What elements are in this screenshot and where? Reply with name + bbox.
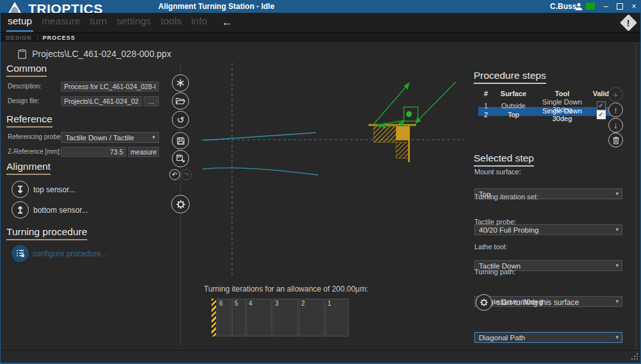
iteration-segment: 6 xyxy=(217,299,231,336)
referencing-probe-label: Referencing probe: xyxy=(8,133,62,140)
move-step-up-button[interactable]: ↑ xyxy=(608,103,623,117)
turning-path-label: Turning path: xyxy=(474,268,515,276)
save-as-button[interactable] xyxy=(172,150,189,167)
menu-item-tools[interactable]: tools xyxy=(159,15,183,32)
procedure-steps-table: # Surface Tool Valid 1 Outside Single Do… xyxy=(478,88,611,116)
undo-button[interactable]: ↶ xyxy=(169,169,180,180)
revert-icon: ↺ xyxy=(177,115,185,125)
tool-position-marker xyxy=(406,112,412,117)
menu-item-info[interactable]: info xyxy=(190,15,208,32)
maximize-icon xyxy=(617,3,623,10)
warning-exclamation: ! xyxy=(627,17,630,28)
menu-item-turn[interactable]: turn xyxy=(88,15,108,32)
section-alignment: Alignment xyxy=(6,161,51,175)
user-icon xyxy=(575,3,583,11)
iterations-caption: Turning iterations for an allowance of 2… xyxy=(204,285,369,294)
measure-label: measure xyxy=(131,148,157,156)
warning-button[interactable]: ! xyxy=(620,15,637,31)
arrow-down-icon: ↓ xyxy=(613,120,618,130)
iteration-segment: 3 xyxy=(272,299,298,336)
resize-grip[interactable] xyxy=(631,352,638,360)
section-alignment-label: Alignment xyxy=(6,161,51,175)
add-step-button[interactable]: + xyxy=(608,87,623,102)
menu-item-settings[interactable]: settings xyxy=(115,15,152,32)
save-as-icon xyxy=(176,154,185,163)
col-num: # xyxy=(478,90,494,97)
new-process-button[interactable] xyxy=(172,74,189,92)
z-reference-input[interactable] xyxy=(61,147,126,157)
revert-button[interactable]: ↺ xyxy=(172,111,189,128)
section-procedure-steps: Procedure steps xyxy=(474,70,546,84)
configure-procedure-label[interactable]: configure procedure... xyxy=(33,249,108,258)
section-common: Common xyxy=(6,63,47,77)
turning-path-select[interactable]: Diagonal Path ▾ xyxy=(474,332,622,343)
chevron-down-icon: ▾ xyxy=(615,334,619,340)
breadcrumb-design[interactable]: DESIGN xyxy=(6,35,32,41)
table-row[interactable]: 1 Outside Single Down 30deg ✓ xyxy=(478,98,611,107)
measure-button[interactable]: measure xyxy=(128,147,159,157)
design-file-input[interactable] xyxy=(61,96,142,106)
valid-checkbox[interactable]: ✓ xyxy=(597,110,606,119)
referencing-probe-select[interactable]: Tactile Down / Tactile ▾ xyxy=(61,132,159,143)
iteration-set-value: 40/20 Full Probing xyxy=(479,226,538,234)
redo-button[interactable]: ↷ xyxy=(181,169,192,180)
col-tool: Tool xyxy=(533,90,591,97)
iteration-segment: 5 xyxy=(232,299,246,336)
start-turning-label[interactable]: start turning this surface xyxy=(497,298,579,307)
project-title: Projects\LC_461-024_028-000.ppx xyxy=(18,49,171,59)
warning-icon: ! xyxy=(620,14,637,31)
gear-icon xyxy=(176,199,186,210)
chevron-down-icon: ▾ xyxy=(152,134,155,140)
workpiece-solid xyxy=(396,126,408,140)
valid-checkbox[interactable]: ✓ xyxy=(597,101,606,110)
delete-step-button[interactable] xyxy=(608,133,623,147)
section-turning-procedure-label: Turning procedure xyxy=(6,226,87,240)
redo-icon: ↷ xyxy=(183,171,188,178)
save-button[interactable] xyxy=(172,132,189,149)
section-reference: Reference xyxy=(6,113,53,128)
description-label: Description: xyxy=(8,83,42,90)
clipboard-icon xyxy=(18,49,26,59)
section-turning-procedure: Turning procedure xyxy=(6,226,87,240)
chevron-down-icon: ▾ xyxy=(615,262,619,269)
bottom-sensor-button[interactable]: ↥ xyxy=(12,201,29,219)
iterations-hatch-stripe xyxy=(212,299,216,336)
iteration-set-label: Turning iteration set: xyxy=(474,193,538,201)
status-bar xyxy=(0,350,641,363)
turning-path-value: Diagonal Path xyxy=(479,334,525,342)
bottom-sensor-label[interactable]: bottom sensor... xyxy=(33,206,88,215)
current-user: C.Buss xyxy=(550,2,576,11)
table-header: # Surface Tool Valid xyxy=(478,88,611,98)
description-input[interactable] xyxy=(61,81,159,92)
window-title: Alignment Turning Station - Idle xyxy=(158,2,274,11)
start-turning-button[interactable] xyxy=(476,294,492,311)
arrow-from-bar-up-icon: ↥ xyxy=(16,204,24,216)
menu-item-measure[interactable]: measure xyxy=(40,15,81,32)
status-indicator xyxy=(586,3,595,10)
top-sensor-button[interactable]: ↧ xyxy=(12,181,29,198)
breadcrumb-process[interactable]: PROCESS xyxy=(43,35,76,41)
window-border-left xyxy=(0,13,1,364)
top-sensor-label[interactable]: top sensor... xyxy=(33,185,75,194)
main-menu: setup measure turn settings tools info ← xyxy=(0,13,641,32)
open-button[interactable] xyxy=(172,92,189,110)
iteration-segment: 1 xyxy=(325,299,349,336)
iteration-set-select[interactable]: 40/20 Full Probing ▾ xyxy=(474,224,622,235)
procedure-steps-label: Procedure steps xyxy=(474,70,546,84)
right-panel-edge xyxy=(636,43,637,350)
section-selected-step: Selected step xyxy=(474,153,534,167)
menu-item-setup[interactable]: setup xyxy=(6,15,33,32)
browse-button[interactable]: ... xyxy=(144,96,159,106)
back-arrow-icon[interactable]: ← xyxy=(222,17,232,32)
z-reference-label: Z-Reference [mm]: xyxy=(8,148,61,155)
configure-procedure-button[interactable] xyxy=(12,245,29,262)
cell-num: 1 xyxy=(478,102,494,110)
close-button[interactable]: × xyxy=(628,0,640,13)
browse-label: ... xyxy=(149,97,154,105)
machine-settings-button[interactable] xyxy=(171,195,190,213)
maximize-button[interactable] xyxy=(614,0,626,13)
minimize-button[interactable]: – xyxy=(600,0,612,13)
move-step-down-button[interactable]: ↓ xyxy=(608,118,623,133)
asterisk-icon xyxy=(176,79,185,87)
tool-path xyxy=(372,82,456,126)
